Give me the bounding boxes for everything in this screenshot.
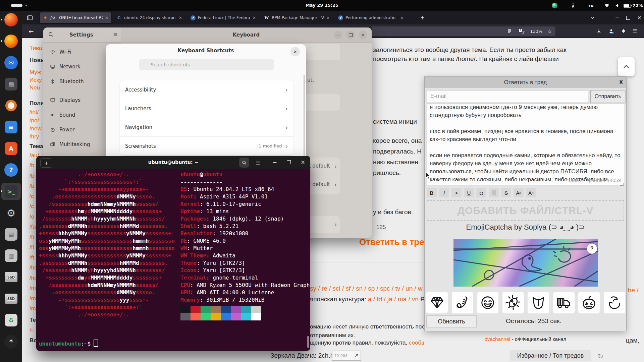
browser-tab[interactable]: fPerforming administratio× xyxy=(335,12,406,23)
board-link[interactable]: /m xyxy=(30,295,36,302)
reply-form-close-button[interactable]: X xyxy=(619,79,623,85)
tab-close-icon[interactable]: × xyxy=(179,15,182,20)
browser-tab[interactable]: Gubuntu 24 display sharpn× xyxy=(114,12,185,23)
volume-icon[interactable] xyxy=(614,2,621,9)
format-u-button[interactable]: U xyxy=(464,188,474,197)
board-link[interactable]: /b xyxy=(30,162,36,169)
board-link[interactable]: Neu xyxy=(30,84,44,91)
board-link[interactable]: /b xyxy=(30,173,36,179)
settings-close-button[interactable]: × xyxy=(359,31,367,39)
captcha-emoji-saxophone-button[interactable] xyxy=(452,292,473,313)
board-link[interactable]: Иску xyxy=(30,77,44,83)
window-maximize-button[interactable] xyxy=(624,14,633,22)
board-links-row[interactable]: sy / re / sci / sf / sn / sp / spc / tv … xyxy=(310,285,424,292)
dock-item-snap-app[interactable]: * xyxy=(4,334,18,349)
save-page-icon[interactable] xyxy=(595,27,602,35)
captcha-emoji-laughing-face-button[interactable] xyxy=(477,292,498,313)
board-link[interactable]: /hry xyxy=(30,133,44,140)
terminal-menu-icon[interactable]: ≡ xyxy=(254,159,262,167)
clock[interactable]: May 29 15:25 xyxy=(0,3,644,8)
list-tabs-button[interactable] xyxy=(588,14,597,22)
channel-link[interactable]: dvachannel xyxy=(485,336,511,342)
captcha-emoji-truck-button[interactable] xyxy=(553,292,575,313)
board-link[interactable]: /int/ xyxy=(30,109,44,116)
board-link[interactable]: /po/ xyxy=(30,117,44,124)
tray-status-icon[interactable] xyxy=(551,2,558,9)
board-link[interactable]: Тива xyxy=(30,45,44,52)
captcha-emoji-diamond-button[interactable] xyxy=(426,292,448,313)
dock-item-thunderbird[interactable]: ✉ xyxy=(4,55,18,70)
board-link[interactable]: /m xyxy=(30,305,36,312)
accessibility-icon[interactable] xyxy=(570,2,576,9)
window-close-button[interactable]: × xyxy=(635,14,644,22)
resize-grip[interactable] xyxy=(620,183,624,186)
browser-tab[interactable]: WRPM Package Manager - W× xyxy=(261,12,332,23)
shortcut-category-screenshots[interactable]: Screenshots1 modified› xyxy=(120,137,293,156)
browser-tab[interactable]: fFedora Linux | The Fedora× xyxy=(187,12,259,23)
dock-item-text-editor[interactable]: ▤ xyxy=(4,77,18,92)
format-sup-button[interactable]: Aa xyxy=(514,188,524,197)
reply-form-header[interactable]: Ответить в тред X xyxy=(425,77,626,88)
dock-item-files-drawer-2[interactable]: ▥ xyxy=(4,248,18,263)
dock-item-media-app[interactable] xyxy=(4,98,18,113)
menu-icon[interactable]: ≡ xyxy=(631,27,639,34)
reader-view-icon[interactable] xyxy=(506,27,513,35)
zoom-level[interactable]: 133% xyxy=(530,29,542,34)
settings-headerbar[interactable]: Settings ≡ xyxy=(43,27,121,43)
board-links[interactable]: a / fd / ja / ma / vn xyxy=(368,296,419,303)
report-link[interactable]: сообщ xyxy=(409,340,424,346)
browser-tab[interactable]: /s/ - GNU+Linux thread #2× xyxy=(40,12,111,23)
format-sp-button[interactable] xyxy=(489,188,499,197)
file-dropzone[interactable]: ДОБАВИТЬ ФАЙЛ/CTRL-V xyxy=(427,200,624,221)
board-link[interactable]: h xyxy=(30,327,36,334)
visit-counter-widget[interactable]: 70 098 ↗ xyxy=(332,351,361,361)
board-link[interactable]: /ft xyxy=(30,254,36,261)
url-bar[interactable]: A 133% ☆ xyxy=(372,26,555,36)
board-link[interactable]: /fa xyxy=(30,224,36,230)
board-link[interactable]: /fi xyxy=(30,234,36,241)
format-s-button[interactable]: S xyxy=(501,188,511,197)
captcha-emoji-jack-o-lantern-button[interactable] xyxy=(578,292,600,313)
dialog-close-button[interactable]: × xyxy=(290,47,300,56)
dock-item-files-drawer-1[interactable]: ▤ xyxy=(4,227,18,242)
extensions-icon[interactable] xyxy=(620,27,627,35)
format-i-button[interactable]: I xyxy=(439,188,449,197)
account-icon[interactable] xyxy=(607,27,615,35)
captcha-emoji-tongue-button[interactable] xyxy=(528,292,549,313)
tab-close-icon[interactable]: × xyxy=(253,15,256,20)
shortcut-category-navigation[interactable]: Navigation› xyxy=(120,118,293,137)
board-links-row[interactable]: японская культура: a / fd / ja / ma / vn… xyxy=(310,296,424,303)
window-minimize-button[interactable]: − xyxy=(613,14,622,22)
dock-item-settings[interactable]: ⚙ xyxy=(4,205,18,220)
shortcut-category-launchers[interactable]: Launchers› xyxy=(120,99,293,118)
terminal-maximize-button[interactable] xyxy=(284,158,293,167)
search-icon[interactable] xyxy=(48,32,54,38)
reply-thread-link[interactable]: Ответить в тред xyxy=(359,237,426,247)
tab-close-icon[interactable]: × xyxy=(400,15,404,20)
terminal-close-button[interactable]: × xyxy=(299,158,307,167)
format-b-button[interactable]: B xyxy=(427,188,437,197)
favorites-top-threads-button[interactable]: Избранное / Топ тредов xyxy=(510,350,591,361)
dock-item-terminal[interactable]: >_ xyxy=(4,184,18,199)
board-link[interactable]: /b xyxy=(30,183,36,189)
back-button[interactable]: ← xyxy=(28,27,35,35)
board-link[interactable]: Муж xyxy=(30,69,44,76)
shortcut-category-accessibility[interactable]: Accessibility› xyxy=(120,80,293,99)
dock-item-orb-app[interactable] xyxy=(4,12,18,27)
dock-item-ssd-drive-1[interactable]: SSD xyxy=(4,270,18,285)
board-link[interactable]: /e xyxy=(30,214,36,220)
firefox-view-button[interactable] xyxy=(27,15,33,21)
dock-item-ssd-drive-2[interactable]: SSD xyxy=(4,291,18,306)
terminal-headerbar[interactable]: + ubuntu@ubuntu: ~ ≡ − × xyxy=(36,156,310,169)
email-field[interactable] xyxy=(427,90,588,102)
terminal-search-button[interactable] xyxy=(239,158,249,168)
shortcuts-search-input[interactable] xyxy=(139,59,274,70)
translate-icon[interactable]: A xyxy=(518,27,525,35)
new-tab-button[interactable]: + xyxy=(418,14,427,22)
terminal-minimize-button[interactable]: − xyxy=(270,158,279,167)
bookmark-star-icon[interactable]: ☆ xyxy=(547,28,552,35)
terminal-scrollbar[interactable] xyxy=(307,336,309,348)
scroll-to-top-button[interactable] xyxy=(618,57,635,76)
settings-minimize-button[interactable]: − xyxy=(334,31,342,39)
board-link[interactable]: /new xyxy=(30,125,44,132)
